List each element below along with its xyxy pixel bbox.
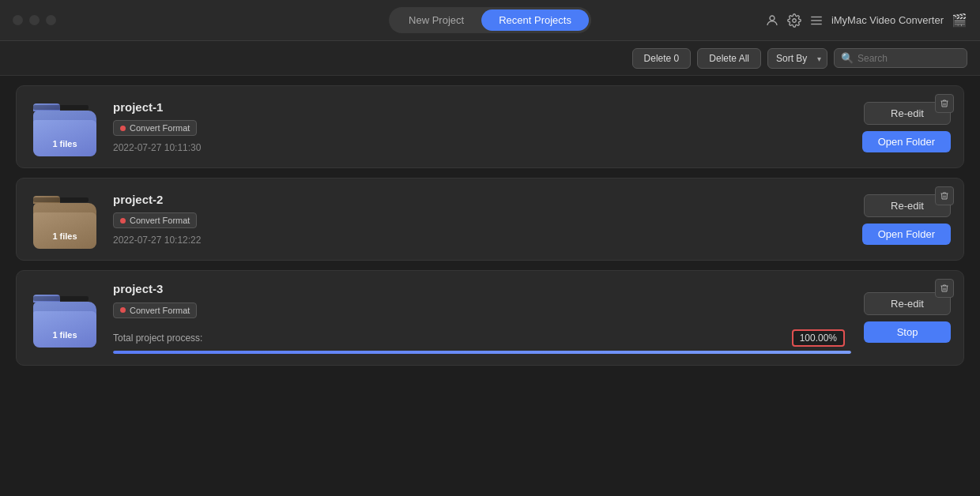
sort-by-wrapper: Sort By (767, 48, 827, 69)
project-1-name: project-1 (113, 100, 850, 114)
folder-stripe (33, 296, 89, 301)
project-1-info: project-1 Convert Format 2022-07-27 10:1… (113, 100, 850, 154)
project-1-badge: Convert Format (113, 120, 197, 136)
project-2-info: project-2 Convert Format 2022-07-27 10:1… (113, 193, 850, 246)
progress-label-row: Total project process: 100.00% (113, 329, 851, 347)
menu-icon[interactable] (809, 13, 824, 28)
project-3-files-label: 1 files (29, 330, 100, 340)
project-card-2: 1 files project-2 Convert Format 2022-07… (16, 178, 964, 261)
progress-percent: 100.00% (792, 329, 845, 347)
app-icon: 🎬 (952, 13, 967, 28)
delete-0-button[interactable]: Delete 0 (632, 48, 692, 69)
folder-front (33, 120, 96, 156)
search-input[interactable] (858, 53, 960, 64)
delete-project-3-button[interactable] (935, 279, 954, 298)
project-3-actions: Re-edit Stop (864, 292, 951, 343)
maximize-traffic-light[interactable] (46, 15, 56, 25)
progress-label: Total project process: (113, 333, 202, 344)
progress-area: Total project process: 100.00% (113, 329, 851, 354)
badge-dot (120, 218, 126, 224)
project-2-open-folder-button[interactable]: Open Folder (862, 224, 951, 245)
settings-icon[interactable] (787, 13, 801, 28)
new-project-tab[interactable]: New Project (391, 9, 481, 31)
traffic-lights (13, 15, 56, 25)
delete-project-2-button[interactable] (935, 186, 954, 205)
project-3-folder-icon: 1 files (29, 288, 100, 348)
project-card-1: 1 files project-1 Convert Format 2022-07… (16, 85, 964, 168)
progress-bar-fill (113, 351, 851, 354)
project-1-open-folder-button[interactable]: Open Folder (862, 131, 951, 152)
delete-project-1-button[interactable] (935, 94, 954, 113)
main-content: 1 files project-1 Convert Format 2022-07… (0, 76, 980, 375)
close-traffic-light[interactable] (13, 15, 23, 25)
minimize-traffic-light[interactable] (29, 15, 40, 25)
folder-front (33, 212, 96, 249)
project-2-folder-icon: 1 files (29, 190, 100, 249)
account-icon[interactable] (765, 13, 779, 28)
project-3-stop-button[interactable]: Stop (864, 321, 951, 343)
badge-dot (120, 126, 126, 131)
recent-projects-tab[interactable]: Recent Projects (481, 9, 589, 31)
folder-stripe (33, 105, 89, 110)
project-1-files-label: 1 files (29, 139, 100, 148)
search-box: 🔍 (834, 48, 967, 68)
project-3-name: project-3 (113, 282, 851, 295)
folder-stripe (33, 197, 89, 202)
project-2-files-label: 1 files (29, 231, 100, 241)
progress-bar-background (113, 351, 851, 354)
titlebar: New Project Recent Projects iMyMac Video… (0, 0, 980, 41)
badge-dot (120, 307, 126, 313)
project-1-folder-icon: 1 files (29, 97, 100, 156)
project-2-date: 2022-07-27 10:12:22 (113, 235, 850, 246)
folder-front (33, 311, 96, 348)
project-1-date: 2022-07-27 10:11:30 (113, 142, 850, 153)
project-2-badge: Convert Format (113, 212, 197, 228)
project-2-name: project-2 (113, 193, 850, 206)
delete-all-button[interactable]: Delete All (697, 48, 761, 69)
project-3-info: project-3 Convert Format Total project p… (113, 282, 851, 354)
project-3-badge: Convert Format (113, 302, 197, 318)
svg-point-0 (770, 16, 775, 21)
toolbar: Delete 0 Delete All Sort By 🔍 (0, 41, 980, 76)
sort-by-select[interactable]: Sort By (767, 48, 827, 69)
app-name: iMyMac Video Converter (831, 14, 944, 26)
project-card-3: 1 files project-3 Convert Format Total p… (16, 270, 964, 366)
svg-point-1 (793, 18, 797, 22)
search-icon: 🔍 (841, 52, 854, 64)
titlebar-right: iMyMac Video Converter 🎬 (765, 13, 967, 28)
tab-group: New Project Recent Projects (389, 7, 591, 33)
